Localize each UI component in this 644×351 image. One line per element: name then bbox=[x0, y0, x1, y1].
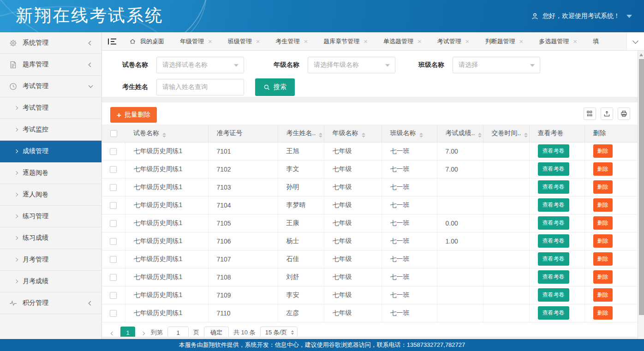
prev-page-button[interactable] bbox=[109, 327, 116, 337]
sidebar-subitem-grade-by-person[interactable]: 逐人阅卷 bbox=[0, 184, 101, 206]
delete-button[interactable]: 删除 bbox=[593, 234, 613, 248]
view-paper-button[interactable]: 查看考卷 bbox=[538, 162, 569, 176]
row-checkbox[interactable] bbox=[110, 148, 117, 155]
delete-button[interactable]: 删除 bbox=[593, 306, 613, 320]
sort-icon[interactable] bbox=[319, 133, 322, 137]
sidebar-toggle-icon[interactable] bbox=[107, 38, 117, 45]
close-icon[interactable]: × bbox=[364, 38, 368, 45]
sidebar-subitem-practice-scores[interactable]: 练习成绩 bbox=[0, 227, 101, 249]
paper-name-select[interactable]: 请选择试卷名称 bbox=[156, 57, 244, 73]
delete-button[interactable]: 删除 bbox=[593, 180, 613, 194]
column-header[interactable]: 试卷名称 bbox=[125, 125, 208, 142]
delete-button[interactable]: 删除 bbox=[593, 288, 613, 302]
select-all-checkbox[interactable] bbox=[110, 130, 117, 137]
row-checkbox[interactable] bbox=[110, 238, 117, 245]
current-page-button[interactable]: 1 bbox=[120, 327, 135, 337]
scrollbar-thumb[interactable] bbox=[639, 59, 644, 315]
delete-button[interactable]: 删除 bbox=[593, 162, 613, 176]
sidebar-item-question-bank[interactable]: 题库管理 bbox=[0, 54, 101, 76]
delete-button[interactable]: 删除 bbox=[593, 216, 613, 230]
tab-single-choice-management[interactable]: 单选题管理 × bbox=[376, 32, 429, 51]
sidebar-subitem-monthly-exam-scores[interactable]: 月考成绩 bbox=[0, 271, 101, 292]
confirm-page-button[interactable]: 确定 bbox=[204, 327, 229, 337]
row-checkbox[interactable] bbox=[110, 310, 117, 317]
row-checkbox[interactable] bbox=[110, 166, 117, 173]
close-icon[interactable]: × bbox=[519, 38, 524, 45]
view-paper-button[interactable]: 查看考卷 bbox=[538, 180, 569, 194]
view-paper-button[interactable]: 查看考卷 bbox=[538, 234, 569, 248]
vertical-scrollbar[interactable] bbox=[638, 51, 644, 339]
view-paper-button[interactable]: 查看考卷 bbox=[538, 288, 569, 302]
column-header[interactable]: 年级名称 bbox=[324, 125, 382, 142]
tab-examinee-management[interactable]: 考生管理 × bbox=[268, 32, 316, 51]
delete-button[interactable]: 删除 bbox=[593, 252, 613, 266]
page-size-select[interactable]: 15 条/页 bbox=[260, 327, 298, 337]
grade-name-select[interactable]: 请选择年级名称 bbox=[308, 57, 395, 73]
sidebar-subitem-exam-management[interactable]: 考试管理 bbox=[0, 97, 101, 119]
view-paper-button[interactable]: 查看考卷 bbox=[538, 198, 569, 212]
column-header[interactable]: 查看考卷 bbox=[529, 125, 584, 142]
close-icon[interactable]: × bbox=[256, 38, 260, 45]
tab-fill-blank-truncated[interactable]: 填 bbox=[585, 32, 607, 51]
column-header[interactable]: 删除 bbox=[584, 125, 638, 142]
view-paper-button[interactable]: 查看考卷 bbox=[538, 216, 569, 230]
close-icon[interactable]: × bbox=[304, 38, 308, 45]
view-paper-button[interactable]: 查看考卷 bbox=[538, 144, 569, 158]
column-header[interactable]: 班级名称 bbox=[382, 125, 437, 142]
row-checkbox[interactable] bbox=[110, 292, 117, 299]
sort-icon[interactable] bbox=[478, 133, 482, 137]
close-icon[interactable]: × bbox=[573, 38, 577, 45]
column-visibility-button[interactable] bbox=[584, 107, 596, 120]
view-paper-button[interactable]: 查看考卷 bbox=[538, 252, 569, 266]
tab-grade-management[interactable]: 年级管理 × bbox=[172, 32, 220, 51]
sidebar-subitem-monthly-exam-management[interactable]: 月考管理 bbox=[0, 249, 101, 271]
tab-exam-management[interactable]: 考试管理 × bbox=[429, 32, 477, 51]
sort-icon[interactable] bbox=[162, 133, 166, 137]
tab-chapter-management[interactable]: 题库章节管理 × bbox=[316, 32, 376, 51]
row-checkbox[interactable] bbox=[110, 184, 117, 191]
sidebar-subitem-score-management[interactable]: 成绩管理 bbox=[0, 141, 101, 162]
sidebar-item-system-management[interactable]: 系统管理 bbox=[0, 32, 101, 54]
sort-icon[interactable] bbox=[419, 133, 423, 137]
search-button[interactable]: 搜索 bbox=[255, 78, 295, 96]
column-header[interactable]: 考试成绩.. bbox=[437, 125, 483, 142]
column-header[interactable]: 准考证号 bbox=[208, 125, 278, 142]
sort-icon[interactable] bbox=[362, 133, 365, 137]
delete-button[interactable]: 删除 bbox=[593, 270, 613, 284]
page-number-input[interactable]: 1 bbox=[167, 327, 189, 337]
sidebar-item-points-management[interactable]: 积分管理 bbox=[0, 292, 101, 314]
tab-multi-choice-management[interactable]: 多选题管理 × bbox=[531, 32, 585, 51]
close-icon[interactable]: × bbox=[208, 38, 212, 45]
print-button[interactable] bbox=[618, 107, 630, 120]
column-header[interactable]: 交卷时间.. bbox=[483, 125, 529, 142]
sidebar-subitem-label: 逐题阅卷 bbox=[23, 169, 48, 177]
user-menu[interactable]: 您好，欢迎使用考试系统！ bbox=[531, 0, 632, 32]
tab-class-management[interactable]: 班级管理 × bbox=[220, 32, 268, 51]
row-checkbox[interactable] bbox=[110, 220, 117, 227]
sidebar-subitem-practice-management[interactable]: 练习管理 bbox=[0, 206, 101, 227]
tab-home[interactable]: 我的桌面 bbox=[121, 32, 172, 51]
close-icon[interactable]: × bbox=[465, 38, 470, 45]
tab-overflow-button[interactable] bbox=[626, 32, 644, 51]
delete-button[interactable]: 删除 bbox=[593, 198, 613, 212]
view-paper-button[interactable]: 查看考卷 bbox=[538, 270, 569, 284]
sort-icon[interactable] bbox=[524, 133, 528, 137]
class-name-select[interactable]: 请选择 bbox=[453, 57, 540, 73]
sidebar-subitem-exam-monitor[interactable]: 考试监控 bbox=[0, 119, 101, 141]
column-header[interactable]: 考生姓名.. bbox=[278, 125, 324, 142]
delete-button[interactable]: 删除 bbox=[593, 144, 613, 158]
sidebar-item-exam-management[interactable]: 考试管理 bbox=[0, 76, 101, 97]
row-checkbox[interactable] bbox=[110, 274, 117, 281]
next-page-button[interactable] bbox=[140, 327, 146, 337]
scroll-up-arrow-icon[interactable] bbox=[639, 54, 643, 56]
export-button[interactable] bbox=[601, 107, 613, 120]
row-checkbox[interactable] bbox=[110, 202, 117, 209]
document-icon bbox=[9, 61, 17, 69]
sidebar-subitem-grade-by-question[interactable]: 逐题阅卷 bbox=[0, 162, 101, 184]
batch-delete-button[interactable]: + 批量删除 bbox=[110, 107, 157, 123]
close-icon[interactable]: × bbox=[417, 38, 422, 45]
row-checkbox[interactable] bbox=[110, 256, 117, 263]
tab-true-false-management[interactable]: 判断题管理 × bbox=[477, 32, 531, 51]
student-name-input[interactable]: 请输入姓名查询 bbox=[156, 79, 244, 95]
view-paper-button[interactable]: 查看考卷 bbox=[538, 306, 569, 320]
